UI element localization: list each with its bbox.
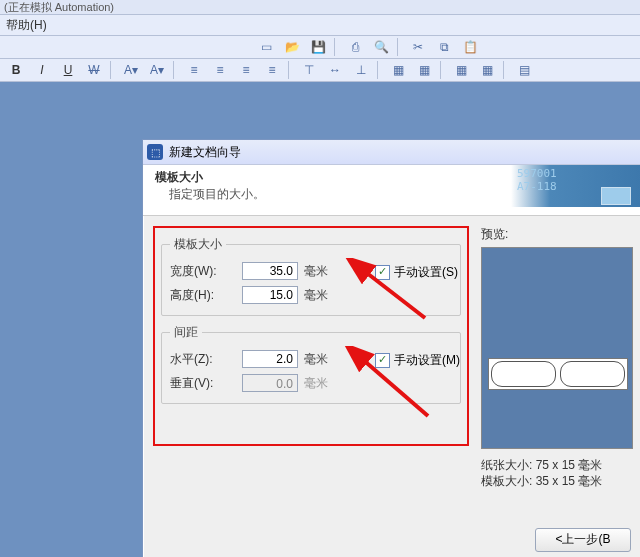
manual-spacing-checkbox[interactable]: ✓ 手动设置(M)	[375, 352, 460, 369]
template-size-info: 模板大小: 35 x 15 毫米	[481, 473, 631, 489]
template-size-group: 模板大小 宽度(W): 毫米 ✓ 手动设置(S) 高度(H): 毫米	[161, 236, 461, 316]
valign-top-icon[interactable]: ⊤	[297, 60, 321, 80]
titlebar: (正在模拟 Automation)	[0, 0, 640, 15]
height-input[interactable]	[242, 286, 298, 304]
banner-decoration: 597001A7-118	[511, 165, 640, 207]
manual-spacing-label: 手动设置(M)	[394, 352, 460, 369]
highlight-icon[interactable]: A▾	[145, 60, 169, 80]
checkbox-icon: ✓	[375, 353, 390, 368]
separator	[288, 61, 293, 79]
copy-icon[interactable]: ⧉	[432, 37, 456, 57]
toolbar-standard[interactable]: ▭ 📂 💾 ⎙ 🔍 ✂ ⧉ 📋	[0, 36, 640, 59]
back-button[interactable]: <上一步(B	[535, 528, 631, 552]
preview-box	[481, 247, 633, 449]
horizontal-unit: 毫米	[304, 351, 334, 368]
vertical-unit: 毫米	[304, 375, 334, 392]
open-icon[interactable]: 📂	[280, 37, 304, 57]
manual-size-checkbox[interactable]: ✓ 手动设置(S)	[375, 264, 458, 281]
app-icon: ⬚	[147, 144, 163, 160]
highlighted-settings: 模板大小 宽度(W): 毫米 ✓ 手动设置(S) 高度(H): 毫米	[153, 226, 469, 446]
preview-icon[interactable]: 🔍	[369, 37, 393, 57]
underline-icon[interactable]: U	[56, 60, 80, 80]
bring-front-icon[interactable]: ▦	[386, 60, 410, 80]
cut-icon[interactable]: ✂	[406, 37, 430, 57]
spacing-legend: 间距	[170, 324, 202, 341]
new-icon[interactable]: ▭	[254, 37, 278, 57]
width-unit: 毫米	[304, 263, 334, 280]
save-icon[interactable]: 💾	[306, 37, 330, 57]
width-label: 宽度(W):	[170, 263, 236, 280]
print-icon[interactable]: ⎙	[343, 37, 367, 57]
width-input[interactable]	[242, 262, 298, 280]
preview-label-shape	[560, 361, 625, 387]
valign-bot-icon[interactable]: ⊥	[349, 60, 373, 80]
dialog-body: 模板大小 宽度(W): 毫米 ✓ 手动设置(S) 高度(H): 毫米	[143, 216, 640, 534]
separator	[440, 61, 445, 79]
separator	[173, 61, 178, 79]
horizontal-input[interactable]	[242, 350, 298, 368]
menu-help[interactable]: 帮助(H)	[6, 17, 47, 34]
menubar[interactable]: 帮助(H)	[0, 15, 640, 36]
horizontal-label: 水平(Z):	[170, 351, 236, 368]
valign-mid-icon[interactable]: ↔	[323, 60, 347, 80]
italic-icon[interactable]: I	[30, 60, 54, 80]
align-justify-icon[interactable]: ≡	[260, 60, 284, 80]
strike-icon[interactable]: W	[82, 60, 106, 80]
separator	[110, 61, 115, 79]
preview-label: 预览:	[481, 226, 631, 243]
separator	[334, 38, 339, 56]
font-color-icon[interactable]: A▾	[119, 60, 143, 80]
separator	[397, 38, 402, 56]
ungroup-icon[interactable]: ▦	[475, 60, 499, 80]
bold-icon[interactable]: B	[4, 60, 28, 80]
vertical-label: 垂直(V):	[170, 375, 236, 392]
toolbar-formatting[interactable]: B I U W A▾ A▾ ≡ ≡ ≡ ≡ ⊤ ↔ ⊥ ▦ ▦ ▦ ▦ ▤	[0, 59, 640, 82]
titlebar-text: (正在模拟 Automation)	[4, 1, 114, 13]
word-app: (正在模拟 Automation) 帮助(H) ▭ 📂 💾 ⎙ 🔍 ✂ ⧉ 📋 …	[0, 0, 640, 557]
wizard-buttons: <上一步(B	[143, 528, 640, 552]
separator	[503, 61, 508, 79]
spacing-group: 间距 水平(Z): 毫米 ✓ 手动设置(M) 垂直(V): 0.0 毫米	[161, 324, 461, 404]
wizard-dialog: ⬚ 新建文档向导 模板大小 指定项目的大小。 597001A7-118 模板大小…	[142, 139, 640, 557]
grid-icon[interactable]: ▤	[512, 60, 536, 80]
template-size-legend: 模板大小	[170, 236, 226, 253]
preview-sheet	[488, 358, 628, 390]
height-label: 高度(H):	[170, 287, 236, 304]
dialog-title: 新建文档向导	[169, 144, 241, 161]
checkbox-icon: ✓	[375, 265, 390, 280]
preview-panel: 预览: 纸张大小: 75 x 15 毫米 模板大小: 35 x 15 毫米	[481, 226, 631, 526]
send-back-icon[interactable]: ▦	[412, 60, 436, 80]
paper-size-info: 纸张大小: 75 x 15 毫米	[481, 457, 631, 473]
group-icon[interactable]: ▦	[449, 60, 473, 80]
align-left-icon[interactable]: ≡	[182, 60, 206, 80]
dialog-titlebar[interactable]: ⬚ 新建文档向导	[143, 140, 640, 165]
paste-icon[interactable]: 📋	[458, 37, 482, 57]
manual-size-label: 手动设置(S)	[394, 264, 458, 281]
align-center-icon[interactable]: ≡	[208, 60, 232, 80]
vertical-input: 0.0	[242, 374, 298, 392]
preview-label-shape	[491, 361, 556, 387]
align-right-icon[interactable]: ≡	[234, 60, 258, 80]
height-unit: 毫米	[304, 287, 334, 304]
separator	[377, 61, 382, 79]
dialog-banner: 模板大小 指定项目的大小。 597001A7-118	[143, 165, 640, 216]
